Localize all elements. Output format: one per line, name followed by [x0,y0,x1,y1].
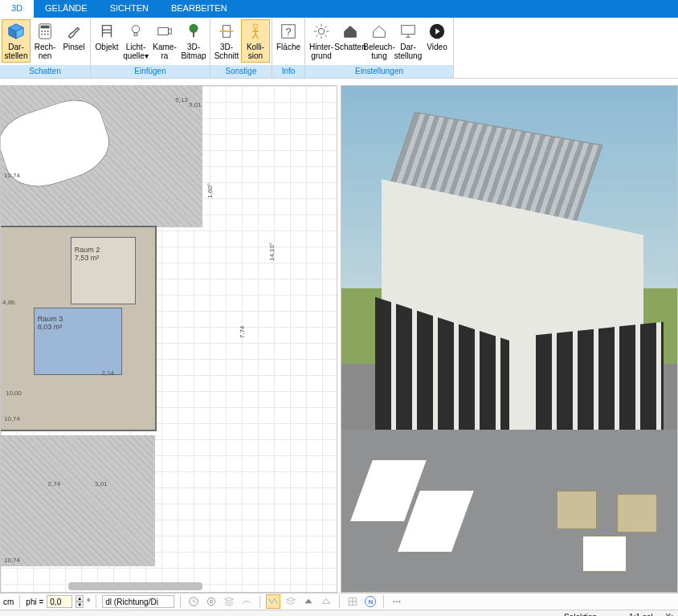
calculator-icon [35,22,55,41]
floorplan-view[interactable]: Raum 2 7,53 m² Raum 3 8,03 m² 10,74 10,7… [0,85,337,593]
3d-schnitt-button[interactable]: 3D-Schnitt [212,19,241,63]
pinsel-button[interactable]: Pinsel [59,19,88,63]
room-name: Raum 2 [75,246,132,254]
3d-schnitt-label: 3D-Schnitt [214,43,239,60]
hintergrund-button[interactable]: Hinter-grund [307,19,336,63]
phi-input[interactable]: 0,0 [47,595,72,608]
kamera-button[interactable]: Kame-ra [150,19,179,63]
ribbon-group-label: Info [272,65,304,78]
darstellung-button[interactable]: Dar-stellung [394,19,423,63]
status-coord: X: [666,613,673,616]
svg-point-20 [318,28,324,34]
schatten-label: Schatten [334,43,366,60]
video-button[interactable]: Video [423,19,451,63]
ribbon-group-einstellungen: Hinter-grund Schatten Beleuch-tung Dar-s… [305,18,454,78]
pinsel-label: Pinsel [63,43,84,60]
svg-point-10 [47,34,49,35]
svg-line-25 [317,27,318,28]
room-area: 7,53 m² [75,254,132,262]
sun-icon [312,22,331,41]
3d-bitmap-button[interactable]: 3D-Bitmap [179,19,208,63]
mode-dropdown[interactable]: dl (Richtung/Di [102,595,174,608]
dim-label: 10,74 [4,415,20,422]
svg-point-11 [132,26,139,33]
kollision-button[interactable]: Kolli-sion [241,19,270,63]
tab-gelaende[interactable]: GELÄNDE [34,0,99,18]
dim-label: 7,74 [239,326,246,339]
phi-stepper[interactable]: ▲▼ [76,595,84,608]
house-outline-icon [370,22,389,41]
dim-label: 10,74 [4,557,20,564]
objekt-button[interactable]: Objekt [92,19,121,63]
status-scale: 1:1 sel [629,613,652,616]
svg-point-8 [41,34,43,35]
kollision-label: Kolli-sion [247,43,264,60]
beleuchtung-button[interactable]: Beleuch-tung [365,19,394,63]
3d-view[interactable] [341,85,678,593]
layers-icon[interactable] [284,594,298,609]
bulb-icon [126,22,145,41]
dim-label: 3,01 [95,480,108,487]
cube-icon [6,22,26,41]
north-icon[interactable]: N [363,594,378,609]
options-icon[interactable] [390,594,404,609]
person-icon [246,22,265,41]
tab-strip: 3D GELÄNDE SICHTEN BEARBEITEN [0,0,678,18]
tab-bearbeiten[interactable]: BEARBEITEN [160,0,239,18]
lichtquelle-button[interactable]: Licht-quelle▾ [121,19,150,63]
3d-bitmap-label: 3D-Bitmap [181,43,206,60]
rechnen-button[interactable]: Rech-nen [31,19,59,63]
section-icon [217,22,236,41]
phi-label: phi = [26,598,43,606]
plan-patio [1,435,155,567]
tab-sichten[interactable]: SICHTEN [99,0,160,18]
ribbon-group-label: Einfügen [91,65,210,78]
schatten-button[interactable]: Schatten [336,19,365,63]
svg-rect-29 [402,26,415,35]
status-selection: Selektion [564,613,597,616]
wire-icon[interactable] [319,594,333,609]
ribbon-group-label: Einstellungen [305,65,453,78]
ribbon-group-label: Schatten [0,65,90,78]
solid-icon[interactable] [301,594,316,609]
area-question-icon: ? [279,22,298,41]
svg-point-6 [44,31,46,32]
room-name: Raum 3 [38,315,119,323]
objekt-label: Objekt [96,43,119,60]
surface-icon[interactable] [239,594,254,609]
tab-3d[interactable]: 3D [0,0,34,18]
dim-label: 2,14 [101,369,114,377]
darstellen-label: Dar-stellen [5,43,28,60]
dim-label: 14,10° [268,242,276,260]
valley-icon[interactable] [266,594,280,609]
svg-text:?: ? [285,26,291,38]
stack-icon[interactable] [222,594,236,609]
darstellung-label: Dar-stellung [394,43,422,60]
ribbon-group-einfuegen: Objekt Licht-quelle▾ Kame-ra 3D-Bitmap E… [91,18,210,78]
lichtquelle-label: Licht-quelle▾ [123,43,149,60]
svg-rect-4 [41,26,50,29]
ribbon-group-sonstige: 3D-Schnitt Kolli-sion Sonstige [210,18,272,78]
svg-point-5 [41,31,43,32]
plan-room-3: Raum 3 8,03 m² [35,308,122,374]
ribbon-group-schatten: Dar-stellen Rech-nen Pinsel Schatten [0,18,91,78]
dim-label: 4,86 [2,299,15,306]
darstellen-button[interactable]: Dar-stellen [2,19,31,63]
3d-seating-group [557,491,657,572]
status-bar: Selektion 1:1 sel X: [0,610,678,616]
flaeche-button[interactable]: ? Fläche [274,19,303,63]
monitor-icon [398,22,418,41]
chair-icon [97,22,116,41]
svg-point-36 [396,601,398,602]
plan-scrollbar-horizontal[interactable] [68,582,202,590]
workspace: Raum 2 7,53 m² Raum 3 8,03 m² 10,74 10,7… [0,85,678,593]
bottom-toolbar: cm phi = 0,0 ▲▼ ° dl (Richtung/Di N [0,593,678,610]
dim-label: 5,13 [175,96,188,104]
beleuchtung-label: Beleuch-tung [363,43,394,60]
grid-icon[interactable] [345,594,360,609]
clock-icon[interactable] [186,594,201,609]
dim-label: 10,00 [6,390,22,397]
rechnen-label: Rech-nen [35,43,56,60]
target-icon[interactable] [204,594,219,609]
svg-point-34 [210,600,214,603]
